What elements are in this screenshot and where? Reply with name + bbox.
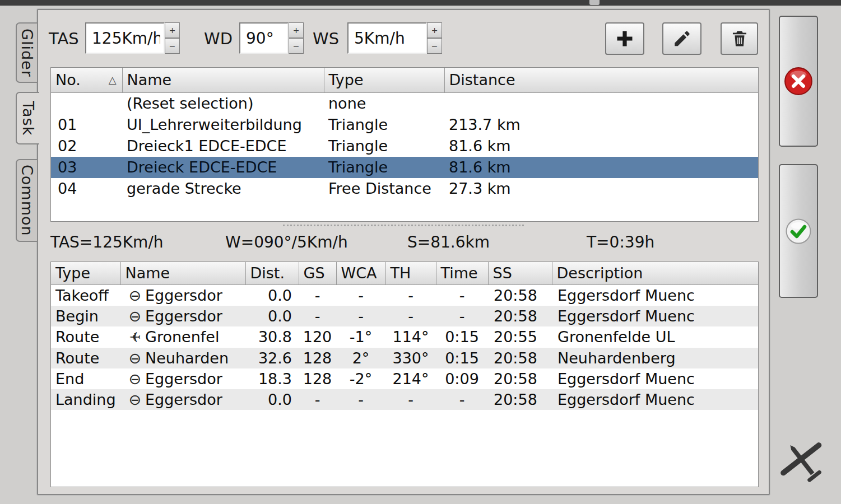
ws-increment-button[interactable]: + bbox=[427, 22, 442, 38]
sort-ascending-icon: △ bbox=[109, 74, 117, 86]
cell-wp-time: - bbox=[436, 284, 488, 306]
glider-icon bbox=[778, 437, 833, 492]
cell-wp-wca: - bbox=[336, 284, 385, 306]
cell-wp-time: 0:15 bbox=[436, 348, 488, 368]
task-row[interactable]: (Reset selection) none bbox=[51, 92, 759, 114]
cell-wp-wca: 2° bbox=[336, 348, 385, 368]
summary-time: T=0:39h bbox=[587, 233, 654, 251]
cell-wp-ss: 20:58 bbox=[488, 389, 552, 410]
airfield-icon: ⊖ bbox=[125, 368, 145, 389]
cell-wp-th: - bbox=[385, 284, 436, 306]
column-header-distance[interactable]: Distance bbox=[444, 68, 759, 92]
ok-check-icon bbox=[785, 218, 812, 245]
cell-wp-wca: - bbox=[336, 306, 385, 326]
cell-wp-time: 0:15 bbox=[436, 326, 488, 348]
cell-type: Triangle bbox=[324, 114, 444, 136]
plane-icon: ✈ bbox=[125, 327, 145, 348]
cell-wp-gs: - bbox=[299, 306, 336, 326]
cell-wp-th: 330° bbox=[385, 348, 436, 368]
waypoint-row: Route ✈Gronenfel 30.8 120 -1° 114° 0:15 … bbox=[51, 326, 759, 348]
column-header-wp-th[interactable]: TH bbox=[385, 262, 436, 284]
cell-distance: 213.7 km bbox=[444, 114, 759, 136]
waypoint-header-row: Type Name Dist. GS WCA TH Time SS Descri… bbox=[51, 262, 759, 284]
column-header-type[interactable]: Type bbox=[324, 68, 444, 92]
cell-wp-ss: 20:58 bbox=[488, 284, 552, 306]
tas-input[interactable] bbox=[85, 22, 165, 54]
wd-decrement-button[interactable]: − bbox=[289, 38, 304, 54]
cancel-button[interactable] bbox=[779, 16, 818, 147]
waypoint-row: Landing ⊖Eggersdor 0.0 - - - - 20:58 Egg… bbox=[51, 389, 759, 410]
cell-wp-time: 0:09 bbox=[436, 368, 488, 389]
column-header-no[interactable]: No. △ bbox=[51, 68, 122, 92]
column-header-no-label: No. bbox=[55, 71, 81, 88]
cancel-icon bbox=[783, 66, 814, 96]
column-header-wp-type[interactable]: Type bbox=[51, 262, 120, 284]
ws-spinner: + − bbox=[427, 22, 442, 54]
cell-wp-dist: 32.6 bbox=[245, 348, 299, 368]
tab-common[interactable]: Common bbox=[16, 159, 37, 242]
pane-splitter[interactable] bbox=[38, 225, 769, 226]
task-row[interactable]: 01 UI_Lehrerweiterbildung Triangle 213.7… bbox=[51, 114, 759, 136]
tas-increment-button[interactable]: + bbox=[165, 22, 180, 38]
task-row[interactable]: 03 Dreieck EDCE-EDCE Triangle 81.6 km bbox=[51, 157, 759, 178]
tab-glider[interactable]: Glider bbox=[16, 22, 37, 83]
cell-wp-name: ⊖Eggersdor bbox=[120, 389, 245, 410]
delete-task-button[interactable] bbox=[721, 22, 758, 55]
task-list: No. △ Name Type Distance (Reset selectio… bbox=[50, 67, 759, 222]
ok-button[interactable] bbox=[779, 164, 818, 298]
task-row[interactable]: 04 gerade Strecke Free Distance 27.3 km bbox=[51, 178, 759, 199]
cell-wp-dist: 0.0 bbox=[245, 306, 299, 326]
add-task-button[interactable] bbox=[605, 22, 644, 55]
column-header-wp-dist[interactable]: Dist. bbox=[245, 262, 299, 284]
wind-direction-input[interactable] bbox=[239, 22, 289, 54]
cell-wp-th: 114° bbox=[385, 326, 436, 348]
cell-name: Dreieck EDCE-EDCE bbox=[122, 157, 324, 178]
edit-task-button[interactable] bbox=[662, 22, 701, 55]
column-header-wp-ss[interactable]: SS bbox=[488, 262, 552, 284]
airfield-icon: ⊖ bbox=[125, 348, 145, 368]
cell-wp-gs: 128 bbox=[299, 368, 336, 389]
task-list-header-row: No. △ Name Type Distance bbox=[51, 68, 759, 92]
column-header-wp-gs[interactable]: GS bbox=[299, 262, 336, 284]
tab-task[interactable]: Task bbox=[16, 92, 39, 144]
task-summary: TAS=125Km/h W=090°/5Km/h S=81.6km T=0:39… bbox=[38, 233, 769, 253]
column-header-wp-time[interactable]: Time bbox=[436, 262, 488, 284]
cell-wp-description: Eggersdorf Muenc bbox=[552, 284, 759, 306]
cell-wp-description: Neuhardenberg bbox=[552, 348, 759, 368]
waypoint-row: Takeoff ⊖Eggersdor 0.0 - - - - 20:58 Egg… bbox=[51, 284, 759, 306]
plus-icon bbox=[615, 29, 635, 49]
cell-wp-dist: 0.0 bbox=[245, 284, 299, 306]
wind-speed-label: WS bbox=[313, 29, 339, 48]
column-header-name[interactable]: Name bbox=[122, 68, 324, 92]
wind-direction-label: WD bbox=[204, 29, 233, 48]
summary-tas: TAS=125Km/h bbox=[50, 233, 164, 251]
waypoint-row: End ⊖Eggersdor 18.3 128 -2° 214° 0:09 20… bbox=[51, 368, 759, 389]
cell-no: 02 bbox=[51, 136, 122, 157]
cell-wp-type: End bbox=[51, 368, 120, 389]
wd-increment-button[interactable]: + bbox=[289, 22, 304, 38]
cell-wp-name: ⊖Eggersdor bbox=[120, 368, 245, 389]
airfield-icon: ⊖ bbox=[125, 306, 145, 326]
task-row[interactable]: 02 Dreieck1 EDCE-EDCE Triangle 81.6 km bbox=[51, 136, 759, 157]
cell-distance: 81.6 km bbox=[444, 136, 759, 157]
ws-decrement-button[interactable]: − bbox=[427, 38, 442, 54]
tas-decrement-button[interactable]: − bbox=[165, 38, 180, 54]
cell-wp-th: - bbox=[385, 389, 436, 410]
cell-wp-th: - bbox=[385, 306, 436, 326]
cell-wp-name: ✈Gronenfel bbox=[120, 326, 245, 348]
cell-no: 01 bbox=[51, 114, 122, 136]
column-header-wp-description[interactable]: Description bbox=[552, 262, 759, 284]
cell-no bbox=[51, 92, 122, 114]
cell-type: none bbox=[324, 92, 444, 114]
summary-distance: S=81.6km bbox=[407, 233, 490, 251]
splitter-handle-icon bbox=[283, 225, 524, 226]
wind-speed-input[interactable] bbox=[347, 22, 427, 54]
cell-wp-description: Eggersdorf Muenc bbox=[552, 389, 759, 410]
column-header-wp-name[interactable]: Name bbox=[120, 262, 245, 284]
cell-wp-wca: -1° bbox=[336, 326, 385, 348]
pencil-icon bbox=[672, 29, 692, 49]
cell-wp-ss: 20:55 bbox=[488, 326, 552, 348]
cell-wp-type: Takeoff bbox=[51, 284, 120, 306]
tas-label: TAS bbox=[49, 29, 79, 48]
column-header-wp-wca[interactable]: WCA bbox=[336, 262, 385, 284]
